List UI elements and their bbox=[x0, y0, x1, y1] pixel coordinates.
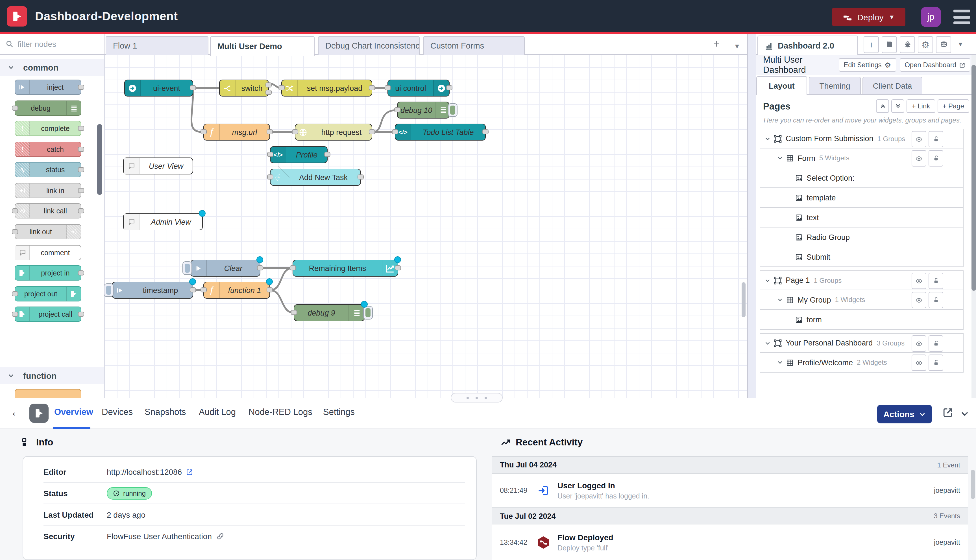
activity-event[interactable]: 08:21:49 User Logged In User 'joepavitt'… bbox=[492, 473, 968, 508]
edit-settings-button[interactable]: Edit Settings ⚙ bbox=[839, 58, 896, 72]
input-port[interactable] bbox=[385, 85, 391, 90]
palette-node-link-call[interactable]: link call bbox=[15, 203, 81, 218]
eye-icon[interactable] bbox=[912, 335, 926, 352]
flow-list-caret-icon[interactable]: ▼ bbox=[734, 41, 741, 52]
nav-tab-snapshots[interactable]: Snapshots bbox=[145, 407, 186, 417]
input-port[interactable] bbox=[394, 107, 400, 112]
palette-node-partial[interactable] bbox=[15, 389, 81, 398]
input-port[interactable] bbox=[12, 311, 18, 317]
chevron-down-icon[interactable] bbox=[765, 340, 771, 346]
palette-node-project-out[interactable]: project out bbox=[15, 286, 81, 302]
tab-flow-1[interactable]: Flow 1 bbox=[106, 36, 209, 55]
tab-layout[interactable]: Layout bbox=[756, 76, 807, 95]
sidebar-scrollbar[interactable] bbox=[971, 55, 976, 398]
tree-row-group[interactable]: My Group 1 Widgets bbox=[760, 290, 964, 310]
palette-section-function[interactable]: function bbox=[0, 367, 104, 384]
output-port[interactable] bbox=[78, 311, 84, 317]
tab-custom-forms[interactable]: Custom Forms bbox=[423, 36, 525, 55]
tab-debug-chart[interactable]: Debug Chart Inconsistence S bbox=[318, 36, 420, 55]
tree-row-widget[interactable]: template bbox=[760, 188, 964, 208]
nav-tab-settings[interactable]: Settings bbox=[323, 407, 355, 417]
palette-node-comment[interactable]: comment bbox=[15, 245, 81, 260]
tab-multi-user-demo[interactable]: Multi User Demo bbox=[210, 36, 315, 56]
tree-row-widget[interactable]: Submit bbox=[760, 247, 964, 267]
flow-node-function-1[interactable]: ƒ function 1 bbox=[204, 282, 270, 298]
flow-canvas[interactable]: ui-event switch set msg.payload ui contr… bbox=[105, 55, 747, 398]
nav-tab-overview[interactable]: Overview bbox=[54, 407, 93, 417]
palette-node-inject[interactable]: inject bbox=[15, 80, 81, 95]
unlock-icon[interactable] bbox=[929, 335, 943, 352]
flow-node-todo-list-table[interactable]: </> Todo List Table bbox=[395, 123, 486, 140]
chevron-down-icon[interactable] bbox=[765, 277, 771, 283]
sidebar-caret-icon[interactable]: ▼ bbox=[958, 41, 964, 47]
input-port[interactable] bbox=[267, 152, 274, 157]
flow-node-debug-10[interactable]: debug 10 bbox=[397, 102, 450, 118]
open-dashboard-button[interactable]: Open Dashboard bbox=[899, 58, 970, 72]
unlock-icon[interactable] bbox=[929, 131, 943, 147]
sidebar-splitter[interactable] bbox=[747, 34, 756, 398]
activity-event[interactable]: 13:34:42 Flow Deployed Deploy type 'full… bbox=[492, 525, 968, 560]
link-chain-icon[interactable] bbox=[216, 532, 224, 540]
main-menu-icon[interactable] bbox=[953, 10, 970, 24]
output-port[interactable] bbox=[78, 167, 84, 172]
unlock-icon[interactable] bbox=[929, 150, 943, 167]
tab-client-data[interactable]: Client Data bbox=[863, 77, 923, 95]
debug-toggle-button[interactable] bbox=[363, 306, 373, 319]
flow-node-switch[interactable]: switch bbox=[219, 80, 269, 97]
panel-resize-handle[interactable] bbox=[451, 393, 503, 402]
tree-row-widget[interactable]: form bbox=[760, 310, 964, 330]
flow-node-msg-url[interactable]: ƒ msg.url bbox=[204, 123, 270, 140]
unlock-icon[interactable] bbox=[929, 355, 943, 371]
tree-row-group[interactable]: Profile/Welcome 2 Widgets bbox=[760, 353, 964, 373]
output-port[interactable] bbox=[267, 129, 273, 134]
output-port[interactable] bbox=[190, 287, 196, 292]
flow-node-debug-9[interactable]: debug 9 bbox=[294, 304, 365, 321]
palette-node-complete[interactable]: ! complete bbox=[15, 121, 81, 136]
add-flow-icon[interactable]: + bbox=[713, 38, 719, 50]
flow-node-remaining-items[interactable]: Remaining Items bbox=[293, 260, 398, 277]
input-port[interactable] bbox=[12, 229, 18, 234]
inject-button[interactable] bbox=[182, 261, 192, 275]
input-port[interactable] bbox=[267, 175, 274, 180]
input-port[interactable] bbox=[392, 129, 398, 134]
flow-node-ui-control[interactable]: ui control bbox=[387, 80, 450, 97]
output-port[interactable] bbox=[78, 188, 84, 193]
chevron-down-icon[interactable] bbox=[777, 297, 783, 303]
add-page-button[interactable]: + Page bbox=[937, 99, 969, 113]
tree-row-widget[interactable]: Radio Group bbox=[760, 228, 964, 247]
open-editor-icon[interactable] bbox=[942, 407, 953, 418]
output-port[interactable] bbox=[78, 208, 84, 213]
palette-node-status[interactable]: status bbox=[15, 162, 81, 177]
info-icon[interactable]: i bbox=[864, 36, 879, 53]
debug-toggle-button[interactable] bbox=[448, 103, 457, 117]
tree-row-widget[interactable]: Select Option: bbox=[760, 168, 964, 188]
bug-icon[interactable] bbox=[900, 36, 915, 53]
input-port[interactable] bbox=[292, 129, 298, 134]
flow-node-admin-view-comment[interactable]: Admin View bbox=[123, 213, 203, 230]
output-port[interactable] bbox=[78, 126, 84, 131]
output-port[interactable] bbox=[324, 152, 330, 157]
input-port[interactable] bbox=[200, 287, 207, 292]
flow-node-http-request[interactable]: http request bbox=[295, 123, 372, 140]
deploy-caret-icon[interactable]: ▼ bbox=[889, 13, 895, 20]
output-port[interactable] bbox=[369, 129, 375, 134]
palette-node-project-call[interactable]: project call bbox=[15, 307, 81, 322]
tree-row-page[interactable]: Page 1 1 Groups bbox=[760, 270, 964, 290]
add-link-button[interactable]: + Link bbox=[907, 99, 935, 113]
output-port[interactable] bbox=[446, 85, 452, 90]
unlock-icon[interactable] bbox=[929, 292, 943, 308]
output-port[interactable] bbox=[357, 175, 364, 180]
chevron-down-icon[interactable] bbox=[777, 360, 783, 365]
input-port[interactable] bbox=[200, 129, 207, 134]
input-port[interactable] bbox=[290, 265, 296, 270]
flow-node-timestamp-inject[interactable]: timestamp bbox=[112, 282, 193, 298]
flow-node-profile[interactable]: </> Profile bbox=[270, 146, 328, 163]
palette-node-link-out[interactable]: link out bbox=[15, 224, 81, 239]
eye-icon[interactable] bbox=[912, 131, 926, 147]
input-port[interactable] bbox=[279, 85, 285, 90]
output-port-2[interactable] bbox=[265, 90, 272, 95]
tab-theming[interactable]: Theming bbox=[809, 77, 861, 95]
output-port[interactable] bbox=[78, 147, 84, 152]
palette-node-debug[interactable]: debug bbox=[15, 100, 81, 116]
eye-icon[interactable] bbox=[912, 355, 926, 371]
